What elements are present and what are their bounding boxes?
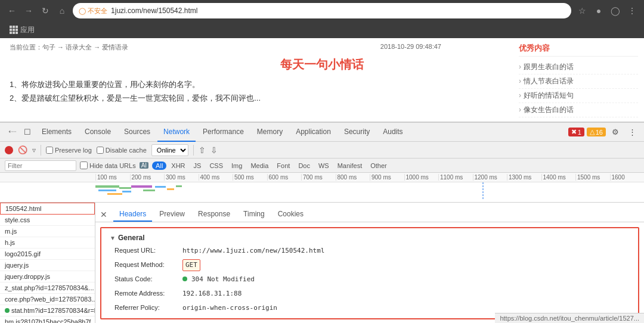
file-name-8: core.php?web_id=127857083... (5, 296, 95, 303)
sidebar-item-2[interactable]: 情人节表白话录 (519, 74, 638, 89)
tick-1300ms: 1300 ms (507, 174, 541, 181)
bookmarks-bar: 应用 (0, 21, 644, 38)
file-item-5[interactable]: jquery.js (0, 260, 95, 271)
file-name-0: 150542.html (5, 205, 42, 212)
tab-console[interactable]: Console (79, 123, 117, 142)
timeline-ruler: 100 ms 200 ms 300 ms 400 ms 500 ms 600 m… (0, 173, 644, 182)
file-item-6[interactable]: jquery.droppy.js (0, 271, 95, 282)
filter-tab-css[interactable]: CSS (206, 162, 227, 170)
file-item-9[interactable]: stat.htm?id=1278570834&r=h... (0, 305, 95, 316)
reload-button[interactable]: ↻ (38, 4, 52, 18)
sidebar-item-1[interactable]: 跟男生表白的话 (519, 60, 638, 74)
tab-elements[interactable]: Elements (36, 123, 78, 142)
filter-tab-img[interactable]: Img (228, 162, 246, 170)
tab-network[interactable]: Network (157, 123, 196, 142)
filter-tab-manifest[interactable]: Manifest (334, 162, 366, 170)
sidebar-item-4[interactable]: 像女生告白的话 (519, 103, 638, 117)
grid-icon (10, 26, 18, 34)
detail-tabs: ✕ Headers Preview Response Timing Cookie… (95, 207, 644, 222)
tick-1100ms: 1100 ms (438, 174, 473, 181)
warn-icon: △ (590, 128, 595, 136)
tick-400ms: 400 ms (199, 174, 233, 181)
file-item-4[interactable]: logo2015.gif (0, 249, 95, 260)
general-section-header[interactable]: ▼ General (105, 232, 634, 244)
tick-200ms: 200 ms (130, 174, 165, 181)
file-item-7[interactable]: z_stat.php?id=1278570834&... (0, 282, 95, 294)
tab-sources[interactable]: Sources (118, 123, 156, 142)
disable-cache-checkbox[interactable]: Disable cache (97, 147, 147, 154)
svg-rect-2 (107, 193, 122, 195)
more-options-button[interactable]: ⋮ (625, 125, 639, 139)
tab-security[interactable]: Security (338, 123, 376, 142)
detail-tab-headers[interactable]: Headers (113, 207, 152, 222)
detail-tab-cookies[interactable]: Cookies (272, 207, 309, 222)
hide-data-urls-checkbox[interactable]: Hide data URLs AI (80, 162, 148, 169)
network-toolbar: 🚫 ▿ Preserve log Disable cache Online ⇧ … (0, 142, 644, 159)
filter-tab-xhr[interactable]: XHR (168, 162, 188, 170)
timestamp: 2018-10-29 09:48:47 (380, 43, 441, 50)
import-button[interactable]: ⇧ (199, 145, 206, 155)
general-arrow-icon: ▼ (110, 235, 116, 241)
back-button[interactable]: ← (5, 4, 19, 18)
filter-tab-font[interactable]: Font (273, 162, 293, 170)
detail-tab-timing[interactable]: Timing (237, 207, 271, 222)
forward-button[interactable]: → (21, 4, 36, 18)
filter-input[interactable] (5, 160, 76, 171)
tick-1600: 1600 (610, 174, 645, 181)
home-button[interactable]: ⌂ (55, 4, 69, 18)
file-item-10[interactable]: hm.js?8107b15bacc25ba8b7f... (0, 316, 95, 323)
export-button[interactable]: ⇩ (210, 145, 218, 155)
filter-tab-js[interactable]: JS (190, 162, 205, 170)
tab-audits[interactable]: Audits (377, 123, 408, 142)
bookmark-star-button[interactable]: ☆ (575, 4, 589, 18)
file-item-2[interactable]: m.js (0, 226, 95, 237)
account-button[interactable]: ◯ (608, 4, 623, 18)
apps-label: 应用 (20, 25, 35, 35)
tab-performance[interactable]: Performance (197, 123, 250, 142)
browser-chrome: ← → ↻ ⌂ ◯ 不安全 1juzi.com/new/150542.html … (0, 0, 644, 21)
tab-application[interactable]: Application (290, 123, 337, 142)
file-name-4: logo2015.gif (5, 250, 41, 257)
status-hint-bar: https://blog.csdn.net/itou_chenmu/articl… (495, 313, 644, 323)
nav-buttons: ← → ↻ ⌂ (5, 4, 69, 18)
file-item-0[interactable]: 150542.html (0, 203, 95, 215)
file-item-3[interactable]: h.js (0, 237, 95, 249)
filter-tab-other[interactable]: Other (367, 162, 391, 170)
menu-button[interactable]: ⋮ (625, 4, 639, 18)
timeline-bars (0, 182, 644, 202)
detail-tab-response[interactable]: Response (192, 207, 236, 222)
throttle-select[interactable]: Online (151, 144, 188, 156)
clear-button[interactable]: 🚫 (18, 145, 27, 155)
general-section-box: ▼ General Request URL: http://www.1juzi.… (100, 227, 639, 319)
file-item-8[interactable]: core.php?web_id=127857083... (0, 294, 95, 305)
sidebar-item-3[interactable]: 好听的情话短句 (519, 89, 638, 103)
extension-button[interactable]: ● (592, 4, 606, 18)
address-bar[interactable]: ◯ 不安全 1juzi.com/new/150542.html (73, 3, 571, 18)
preserve-log-checkbox[interactable]: Preserve log (46, 147, 92, 154)
filter-tab-media[interactable]: Media (247, 162, 272, 170)
close-detail-button[interactable]: ✕ (100, 210, 107, 219)
settings-button[interactable]: ⚙ (608, 125, 623, 139)
file-item-1[interactable]: style.css (0, 215, 95, 226)
remote-address-value: 192.168.31.1:88 (182, 288, 242, 300)
devtools-toolbar: ⬸ ☐ Elements Console Sources Network Per… (0, 123, 644, 142)
svg-rect-1 (98, 190, 116, 191)
filter-tab-doc[interactable]: Doc (295, 162, 314, 170)
file-name-1: style.css (5, 216, 30, 223)
disable-cache-input[interactable] (97, 147, 104, 154)
webpage-content: 当前位置：句子 → 语录大全 → 爱情语录 2018-10-29 09:48:4… (0, 38, 644, 122)
filter-tab-all[interactable]: All (152, 162, 166, 170)
remote-address-row: Remote Address: 192.168.31.1:88 (114, 287, 625, 301)
preserve-log-input[interactable] (46, 147, 53, 154)
device-toggle-button[interactable]: ☐ (20, 125, 35, 139)
tab-memory[interactable]: Memory (251, 123, 289, 142)
svg-rect-3 (119, 187, 131, 189)
record-button[interactable] (5, 146, 13, 154)
element-picker-button[interactable]: ⬸ (5, 125, 19, 139)
filter-tab-ws[interactable]: WS (315, 162, 333, 170)
hide-data-urls-input[interactable] (80, 162, 88, 169)
detail-tab-preview[interactable]: Preview (153, 207, 191, 222)
security-icon: ◯ 不安全 (79, 7, 107, 15)
file-name-6: jquery.droppy.js (5, 273, 50, 280)
apps-button[interactable]: 应用 (5, 23, 39, 38)
